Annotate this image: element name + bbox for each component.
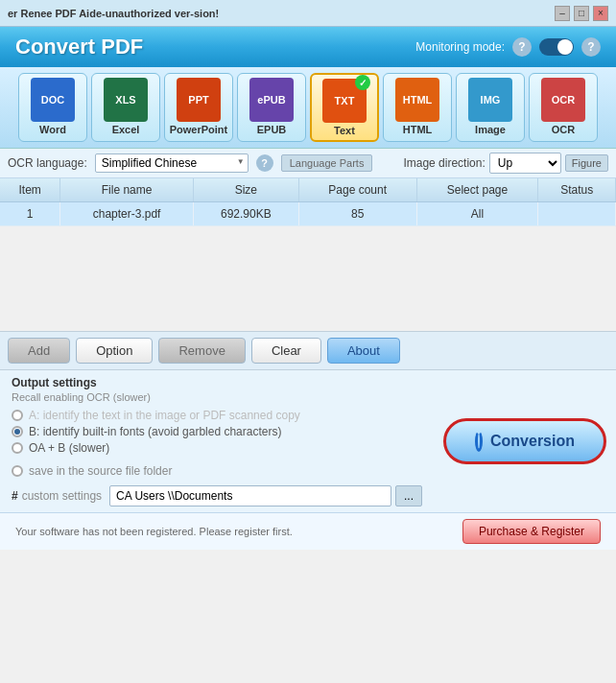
output-title: Output settings (12, 376, 422, 389)
conversion-button[interactable]: Conversion (443, 418, 606, 464)
header-bar: Convert PDF Monitoring mode: ? ? (0, 27, 616, 67)
format-btn-image[interactable]: IMG Image (456, 73, 525, 142)
format-label-html: HTML (403, 124, 433, 135)
monitor-label: Monitoring mode: (415, 40, 505, 54)
active-check-badge: ✓ (355, 75, 370, 90)
format-label-powerpoint: PowerPoint (170, 124, 228, 135)
format-bar: DOC Word XLS Excel PPT PowerPoint ePUB E… (0, 67, 616, 149)
col-filename: File name (60, 178, 193, 202)
save-source-option: save in the source file folder (12, 464, 172, 478)
ocr-option-b-row: B: identify built-in fonts (avoid garble… (12, 425, 422, 438)
format-btn-text[interactable]: TXT ✓ Text (310, 73, 379, 142)
word-icon: DOC (31, 78, 75, 122)
lang-parts-button[interactable]: Language Parts (281, 154, 373, 172)
format-btn-epub[interactable]: ePUB EPUB (237, 73, 306, 142)
format-btn-ocr[interactable]: OCR OCR (529, 73, 598, 142)
format-label-word: Word (39, 124, 66, 135)
file-table: Item File name Size Page count Select pa… (0, 178, 616, 226)
cell-filename: chapter-3.pdf (60, 202, 193, 226)
format-label-excel: Excel (112, 124, 140, 135)
file-table-wrapper: Item File name Size Page count Select pa… (0, 178, 616, 332)
text-icon: TXT ✓ (322, 79, 367, 123)
about-button[interactable]: About (327, 338, 400, 364)
ocr-language-select[interactable]: Simplified Chinese English Japanese Kore… (95, 153, 249, 173)
format-label-epub: EPUB (257, 124, 287, 135)
maximize-button[interactable]: □ (574, 6, 589, 21)
col-status: Status (538, 178, 616, 202)
table-row[interactable]: 1 chapter-3.pdf 692.90KB 85 All (0, 202, 616, 226)
output-subtitle: Recall enabling OCR (slower) (12, 391, 422, 403)
col-pagecount: Page count (298, 178, 416, 202)
format-btn-excel[interactable]: XLS Excel (91, 73, 160, 142)
format-label-text: Text (334, 125, 355, 136)
close-button[interactable]: × (593, 6, 608, 21)
remove-button[interactable]: Remove (158, 338, 245, 364)
image-direction-group: Image direction: Up Down Left Right Figu… (403, 153, 608, 174)
conversion-label: Conversion (490, 433, 575, 450)
custom-label: custom settings (22, 489, 102, 503)
ocr-icon: OCR (541, 78, 585, 122)
ppt-icon: PPT (177, 78, 221, 122)
cell-item: 1 (0, 202, 60, 226)
cell-size: 692.90KB (193, 202, 298, 226)
ocr-option-ab-label: OA + B (slower) (29, 441, 109, 455)
conversion-panel: Conversion (434, 370, 616, 512)
conversion-spinner-icon (475, 431, 483, 452)
app-title-small: er Renee PDF Aide-unauthorized ver-sion! (8, 8, 219, 19)
ocr-bar: OCR language: Simplified Chinese English… (0, 149, 616, 178)
format-btn-powerpoint[interactable]: PPT PowerPoint (164, 73, 233, 142)
cell-pagecount: 85 (298, 202, 416, 226)
save-source-label: save in the source file folder (29, 464, 172, 478)
cell-status (538, 202, 616, 226)
monitor-help-icon[interactable]: ? (512, 37, 532, 57)
browse-button[interactable]: ... (395, 485, 422, 506)
footer-message: Your software has not been registered. P… (15, 526, 293, 537)
app-title: Convert PDF (15, 35, 143, 59)
custom-hash: # (12, 489, 18, 503)
format-label-image: Image (475, 124, 506, 135)
col-item: Item (0, 178, 60, 202)
excel-icon: XLS (104, 78, 148, 122)
main-help-icon[interactable]: ? (581, 37, 601, 57)
purchase-register-button[interactable]: Purchase & Register (462, 519, 601, 544)
html-icon: HTML (395, 78, 439, 122)
add-button[interactable]: Add (8, 338, 70, 364)
output-conversion-area: Output settings Recall enabling OCR (slo… (0, 370, 616, 512)
epub-icon: ePUB (249, 78, 294, 122)
radio-b[interactable] (12, 426, 23, 437)
format-label-ocr: OCR (552, 124, 575, 135)
image-direction-select[interactable]: Up Down Left Right (489, 153, 561, 174)
ocr-option-a-label: A: identify the text in the image or PDF… (29, 409, 300, 422)
toggle-knob (557, 39, 573, 55)
option-button[interactable]: Option (76, 338, 153, 364)
ocr-options: A: identify the text in the image or PDF… (12, 409, 422, 455)
save-option-row: save in the source file folder (0, 459, 434, 482)
monitor-toggle[interactable] (539, 38, 574, 56)
image-direction-label: Image direction: (403, 156, 485, 170)
ocr-option-ab-row: OA + B (slower) (12, 441, 422, 455)
output-section: Output settings Recall enabling OCR (slo… (0, 370, 434, 455)
format-btn-word[interactable]: DOC Word (18, 73, 87, 142)
ocr-option-a-row: A: identify the text in the image or PDF… (12, 409, 422, 422)
figure-button[interactable]: Figure (565, 154, 608, 172)
minimize-button[interactable]: – (555, 6, 570, 21)
col-size: Size (193, 178, 298, 202)
radio-ab[interactable] (12, 442, 23, 454)
col-selectpage: Select page (416, 178, 538, 202)
ocr-option-b-label: B: identify built-in fonts (avoid garble… (29, 425, 281, 438)
cell-selectpage: All (416, 202, 538, 226)
ocr-language-label: OCR language: (8, 156, 87, 170)
format-btn-html[interactable]: HTML HTML (383, 73, 452, 142)
custom-path-row: # custom settings ... (0, 482, 434, 512)
action-bar: Add Option Remove Clear About (0, 332, 616, 370)
footer-bar: Your software has not been registered. P… (0, 512, 616, 550)
ocr-help-icon[interactable]: ? (256, 154, 273, 172)
radio-save-source[interactable] (12, 465, 23, 477)
title-bar: er Renee PDF Aide-unauthorized ver-sion!… (0, 0, 616, 27)
custom-path-input[interactable] (109, 485, 391, 506)
output-settings-panel: Output settings Recall enabling OCR (slo… (0, 370, 434, 512)
image-icon: IMG (468, 78, 512, 122)
clear-button[interactable]: Clear (251, 338, 321, 364)
radio-a[interactable] (12, 410, 23, 421)
